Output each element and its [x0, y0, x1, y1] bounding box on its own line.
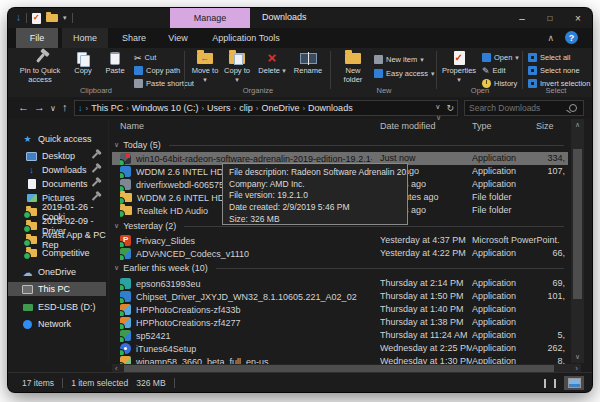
tab-view[interactable]: View [158, 28, 198, 48]
sidebar-item-this-pc[interactable]: This PC [8, 282, 106, 296]
column-header-type[interactable]: Type [472, 121, 492, 136]
forward-button[interactable]: → [34, 101, 45, 113]
new-item-button[interactable]: New item ▾ [374, 54, 424, 65]
group-divider [330, 51, 331, 89]
pane-divider[interactable] [108, 119, 109, 364]
details-view-button[interactable] [540, 376, 560, 390]
group-label-open: Open [440, 86, 520, 95]
vertical-scrollbar-thumb[interactable] [573, 149, 582, 299]
column-header-name[interactable]: Name [120, 121, 144, 136]
sidebar-item-downloads[interactable]: ↓ Downloads [8, 163, 106, 177]
application-icon [120, 317, 131, 328]
crumb-separator: › [234, 104, 237, 113]
refresh-icon[interactable]: ↻ [446, 103, 454, 113]
crumb-onedrive[interactable]: OneDrive [261, 103, 299, 113]
crumb-windows-c[interactable]: Windows 10 (C:) [132, 103, 199, 113]
thumbnails-view-button[interactable] [564, 376, 584, 390]
new-folder-qat-icon[interactable] [46, 14, 58, 22]
scroll-down-icon[interactable]: ∨ [571, 353, 584, 361]
file-row[interactable]: epson631993eu Thursday at 2:14 PM Applic… [112, 277, 568, 290]
tooltip-line: Company: AMD Inc. [229, 179, 401, 191]
recent-locations-icon[interactable]: ∨ [50, 104, 56, 113]
file-row[interactable]: Privacy_Slides Yesterday at 4:37 PM Micr… [112, 234, 568, 247]
tooltip-line: Date created: 2/9/2019 5:46 PM [229, 202, 401, 214]
copy-icon [77, 52, 89, 65]
copy-button[interactable]: Copy [68, 50, 98, 76]
collapse-icon: ∨ [114, 222, 119, 230]
select-all-button[interactable]: Select all [528, 52, 570, 63]
new-folder-button[interactable]: New folder [336, 50, 370, 84]
tab-share[interactable]: Share [112, 28, 156, 48]
paste-button[interactable]: Paste [100, 50, 130, 76]
crumb-downloads[interactable]: Downloads [308, 103, 353, 113]
crumb-separator: › [126, 104, 129, 113]
copy-path-button[interactable]: Copy path [134, 65, 180, 76]
crumb-users[interactable]: Users [207, 103, 231, 113]
rename-icon [300, 53, 317, 64]
qat-dropdown-icon[interactable]: ▾ [63, 14, 67, 22]
edit-button[interactable]: ✎ Edit [482, 65, 505, 76]
sidebar-item-quick-access[interactable]: ★ Quick access [8, 132, 106, 146]
sidebar-item-onedrive[interactable]: ☁ OneDrive [8, 265, 106, 279]
column-header-size[interactable]: Size [536, 121, 554, 136]
delete-button[interactable]: × Delete ▾ [256, 50, 288, 76]
open-button[interactable]: Open ▾ [482, 52, 519, 63]
minimize-button[interactable]: – [508, 8, 536, 28]
sidebar-item-documents[interactable]: Documents [8, 177, 106, 191]
items-count: 17 items [22, 378, 54, 388]
breadcrumb[interactable]: ↓ › This PC › Windows 10 (C:) › Users › … [74, 100, 458, 116]
file-row[interactable]: Chipset_Driver_JXYJD_WN32_8.1.10605.221_… [112, 290, 568, 303]
maximize-button[interactable]: □ [536, 8, 564, 28]
crumb-separator: › [256, 104, 259, 113]
crumb-clip[interactable]: clip [239, 103, 253, 113]
select-none-button[interactable]: Select none [528, 65, 580, 76]
search-box[interactable] [464, 100, 584, 116]
properties-button[interactable]: Properties ▾ [440, 50, 478, 84]
help-icon[interactable]: ? [565, 31, 578, 44]
file-row[interactable]: sp52421 Thursday at 11:24 AM Application… [112, 329, 568, 342]
downloads-location-icon: ↑ [16, 13, 21, 23]
sidebar-item-esd-usb[interactable]: ESD-USB (D:) [8, 300, 106, 314]
horizontal-scrollbar-thumb[interactable] [124, 365, 554, 372]
properties-qat-icon[interactable] [32, 13, 41, 24]
group-header-today[interactable]: ∨ Today (5) [114, 139, 564, 151]
file-row[interactable]: HPPhotoCreations-zf4277 Thursday at 1:38… [112, 316, 568, 329]
sidebar-item-folder[interactable]: Avast App & PC Rep [8, 233, 106, 247]
minimize-ribbon-icon[interactable]: ∧ [547, 33, 554, 43]
vertical-scrollbar[interactable]: ∧ ∨ [571, 119, 584, 363]
properties-icon [454, 51, 465, 65]
location-icon: ↓ [78, 103, 83, 113]
file-row[interactable]: ADVANCED_Codecs_v1110 Yesterday at 4:22 … [112, 247, 568, 260]
this-pc-icon [22, 285, 33, 294]
column-header-date-modified[interactable]: Date modified [380, 121, 436, 136]
cut-icon: ✂ [134, 53, 142, 63]
tab-home[interactable]: Home [62, 28, 108, 48]
up-button[interactable]: ↑ [62, 101, 68, 113]
contextual-tab-manage[interactable]: Manage [170, 8, 250, 28]
move-to-button[interactable]: ← Move to ▾ [190, 50, 220, 84]
rename-button[interactable]: Rename [290, 50, 326, 76]
close-button[interactable]: × [564, 8, 592, 28]
scroll-up-icon[interactable]: ∧ [571, 121, 584, 129]
pin-to-quick-access-button[interactable]: Pin to Quick access [16, 50, 64, 84]
cut-button[interactable]: ✂ Cut [134, 52, 156, 63]
copy-to-button[interactable]: Copy to ▾ [222, 50, 252, 84]
file-row[interactable]: iTunes64Setup Wednesday at 2:25 PM Appli… [112, 342, 568, 355]
easy-access-button[interactable]: Easy access ▾ [374, 68, 435, 79]
address-dropdown-icon[interactable]: ∨ [435, 103, 440, 113]
back-button[interactable]: ← [18, 101, 29, 113]
search-icon[interactable] [569, 104, 577, 112]
file-row[interactable]: HPPhotoCreations-zf433b Thursday at 1:40… [112, 303, 568, 316]
caret-icon: ▾ [203, 76, 207, 83]
search-input[interactable] [465, 103, 569, 113]
sidebar-item-folder[interactable]: Competitive [8, 246, 106, 260]
tab-application-tools[interactable]: Application Tools [200, 28, 292, 48]
caret-icon: ▾ [431, 70, 435, 78]
tab-file[interactable]: File [16, 28, 58, 48]
application-icon [120, 153, 131, 164]
new-item-icon [374, 55, 383, 64]
group-header-earlier-this-week[interactable]: ∨ Earlier this week (10) [114, 262, 564, 274]
crumb-this-pc[interactable]: This PC [91, 103, 123, 113]
sidebar-item-desktop[interactable]: Desktop [8, 149, 106, 163]
sidebar-item-network[interactable]: Network [8, 317, 106, 331]
